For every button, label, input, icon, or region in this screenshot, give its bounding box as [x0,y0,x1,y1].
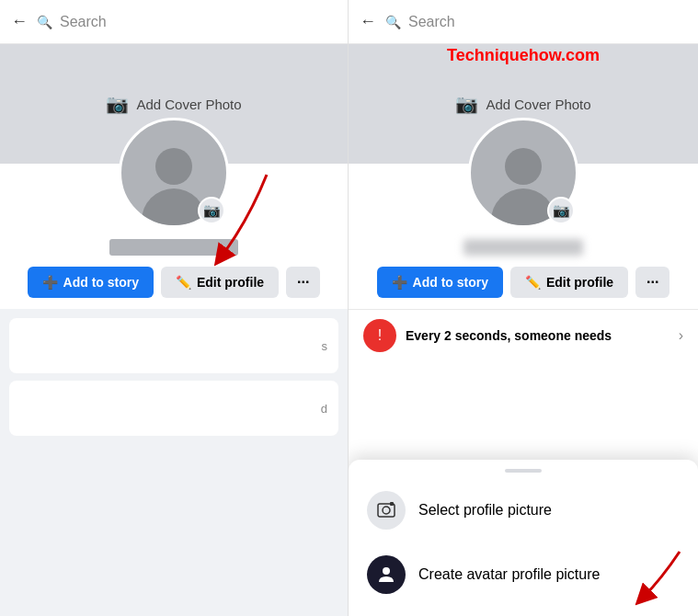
left-add-story-plus: ➕ [42,275,58,290]
left-name-bar [109,239,238,256]
svg-rect-1 [378,504,395,517]
left-add-story-label: Add to story [63,275,139,290]
right-search-bar: ← 🔍 Search [349,0,698,44]
left-add-story-button[interactable]: ➕ Add to story [28,267,154,298]
right-notif-icon: ! [363,319,396,352]
right-name-bar [463,239,583,256]
right-add-story-button[interactable]: ➕ Add to story [377,267,503,298]
right-edit-profile-button[interactable]: ✏️ Edit profile [510,267,628,298]
right-cover-text: Add Cover Photo [486,97,590,112]
left-back-button[interactable]: ← [11,12,28,31]
right-search-label: Search [408,14,455,30]
sheet-select-profile-item[interactable]: Select profile picture [349,478,698,542]
right-add-story-plus: ➕ [392,275,407,290]
right-panel: ← 🔍 Search Techniquehow.com 📷 Add Cover … [349,0,698,616]
right-profile-section: 📷 [349,118,698,256]
right-add-story-label: Add to story [413,275,488,290]
left-search-label: Search [60,14,107,30]
right-back-button[interactable]: ← [360,12,376,31]
right-red-arrow [588,542,689,607]
right-more-dots: ··· [647,274,658,291]
sheet-create-avatar-label: Create avatar profile picture [418,566,600,583]
left-action-buttons: ➕ Add to story ✏️ Edit profile ··· [0,256,348,309]
right-edit-icon: ✏️ [525,275,541,290]
svg-point-2 [383,507,390,514]
left-content-card-1: s [9,318,338,373]
left-avatar-camera-button[interactable]: 📷 [198,197,225,224]
right-cover-label: 📷 Add Cover Photo [455,93,590,115]
left-content-text-2: d [321,402,327,416]
left-more-dots: ··· [297,274,309,291]
sheet-select-profile-label: Select profile picture [418,502,552,519]
right-avatar-wrap: 📷 [468,118,578,228]
left-edit-profile-label: Edit profile [197,275,264,290]
right-action-buttons: ➕ Add to story ✏️ Edit profile ··· [349,256,698,309]
sheet-handle [505,469,542,473]
right-notif-text: Every 2 seconds, someone needs [406,328,612,343]
left-content-text-1: s [322,339,328,353]
right-avatar-head [505,148,542,185]
svg-rect-3 [390,502,394,506]
sheet-select-profile-icon [367,491,406,530]
right-edit-profile-label: Edit profile [546,275,613,290]
right-cover-camera-icon: 📷 [455,93,478,115]
left-cover-text: Add Cover Photo [136,97,241,112]
left-cover-label: 📷 Add Cover Photo [106,93,241,115]
left-avatar-head [155,148,192,185]
right-more-button[interactable]: ··· [635,267,669,298]
left-content-area: s d [0,309,348,616]
left-avatar-person [142,120,206,225]
right-avatar-body [491,188,555,225]
left-avatar-body [142,188,206,225]
sheet-create-avatar-icon [367,555,406,594]
left-edit-icon: ✏️ [176,275,191,290]
right-search-icon: 🔍 [385,15,401,29]
svg-point-4 [383,567,390,575]
left-content-card-2: d [9,381,338,436]
right-notif-bar[interactable]: ! Every 2 seconds, someone needs › [349,309,698,361]
left-more-button[interactable]: ··· [286,267,320,298]
left-cover-camera-icon: 📷 [106,93,129,115]
left-profile-section: 📷 [0,118,348,256]
right-avatar-camera-button[interactable]: 📷 [547,197,575,224]
left-panel: ← 🔍 Search 📷 Add Cover Photo 📷 [0,0,349,616]
left-search-icon: 🔍 [37,15,52,29]
right-avatar-person [491,120,555,225]
right-search-wrap[interactable]: 🔍 Search [385,14,687,30]
left-search-bar: ← 🔍 Search [0,0,348,44]
left-search-wrap[interactable]: 🔍 Search [37,14,337,30]
right-notif-chevron-icon: › [679,327,683,344]
left-edit-profile-button[interactable]: ✏️ Edit profile [161,267,279,298]
left-avatar-wrap: 📷 [119,118,229,228]
right-bottom-sheet: Select profile picture Create avatar pro… [349,460,698,616]
